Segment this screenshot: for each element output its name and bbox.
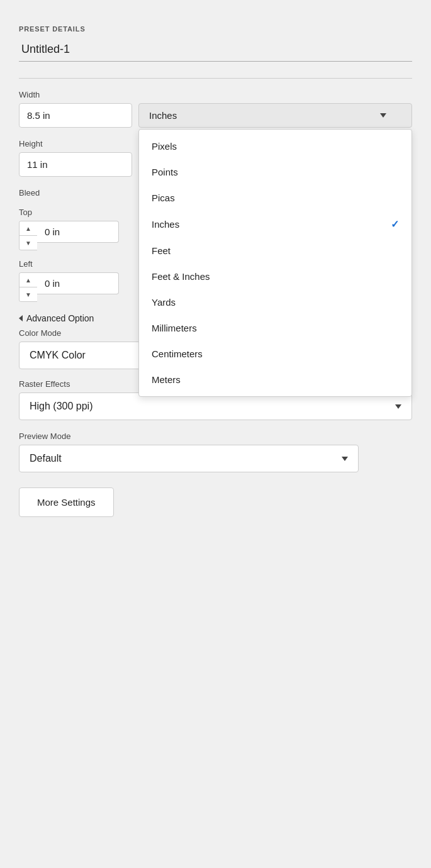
preview-mode-value: Default <box>30 453 62 464</box>
width-label: Width <box>19 90 412 99</box>
bleed-top-arrow-up-button[interactable]: ▲ <box>20 221 37 235</box>
preset-name-input[interactable] <box>19 39 412 62</box>
unit-select-label: Inches <box>149 110 177 121</box>
unit-option-centimeters[interactable]: Centimeters <box>139 341 411 367</box>
unit-option-feet-inches[interactable]: Feet & Inches <box>139 264 411 289</box>
unit-chevron-down-icon <box>380 113 386 118</box>
panel: PRESET DETAILS Width Inches Pixels Point… <box>13 19 418 523</box>
unit-select-button[interactable]: Inches <box>138 103 412 128</box>
unit-option-feet[interactable]: Feet <box>139 238 411 264</box>
bleed-left-stepper-arrows: ▲ ▼ <box>19 272 37 302</box>
advanced-option-chevron-icon <box>19 315 23 321</box>
height-input[interactable] <box>19 152 132 177</box>
section-label: PRESET DETAILS <box>19 25 412 33</box>
preview-mode-select[interactable]: Default <box>19 445 359 472</box>
bleed-left-arrow-up-button[interactable]: ▲ <box>20 273 37 287</box>
raster-chevron-down-icon <box>395 404 401 409</box>
arrow-down-icon-left: ▼ <box>25 291 31 298</box>
width-input[interactable] <box>19 103 132 128</box>
bleed-left-input[interactable] <box>37 272 119 294</box>
divider <box>19 78 412 79</box>
more-settings-button[interactable]: More Settings <box>19 487 114 517</box>
unit-select-wrapper: Inches Pixels Points Picas Inches ✓ <box>138 103 412 128</box>
unit-option-pixels[interactable]: Pixels <box>139 133 411 159</box>
arrow-up-icon: ▲ <box>25 225 31 232</box>
preview-chevron-down-icon <box>342 457 348 461</box>
bleed-top-stepper-arrows: ▲ ▼ <box>19 221 37 250</box>
bleed-top-arrow-down-button[interactable]: ▼ <box>20 236 37 250</box>
unit-option-points[interactable]: Points <box>139 159 411 185</box>
unit-option-meters[interactable]: Meters <box>139 367 411 392</box>
width-row: Inches Pixels Points Picas Inches ✓ <box>19 103 412 128</box>
unit-option-inches[interactable]: Inches ✓ <box>139 211 411 238</box>
unit-option-picas[interactable]: Picas <box>139 185 411 211</box>
arrow-up-icon-left: ▲ <box>25 277 31 284</box>
raster-effects-value: High (300 ppi) <box>30 401 93 412</box>
preview-mode-label: Preview Mode <box>19 431 412 441</box>
color-mode-value: CMYK Color <box>30 350 86 361</box>
bleed-left-arrow-down-button[interactable]: ▼ <box>20 287 37 301</box>
preview-mode-wrapper: Default <box>19 445 412 472</box>
arrow-down-icon: ▼ <box>25 240 31 247</box>
advanced-option-label: Advanced Option <box>26 313 94 323</box>
bleed-top-input[interactable] <box>37 221 119 243</box>
unit-dropdown-menu: Pixels Points Picas Inches ✓ Feet Feet &… <box>138 129 412 397</box>
unit-option-yards[interactable]: Yards <box>139 289 411 315</box>
unit-option-millimeters[interactable]: Millimeters <box>139 315 411 341</box>
check-icon: ✓ <box>391 218 399 230</box>
